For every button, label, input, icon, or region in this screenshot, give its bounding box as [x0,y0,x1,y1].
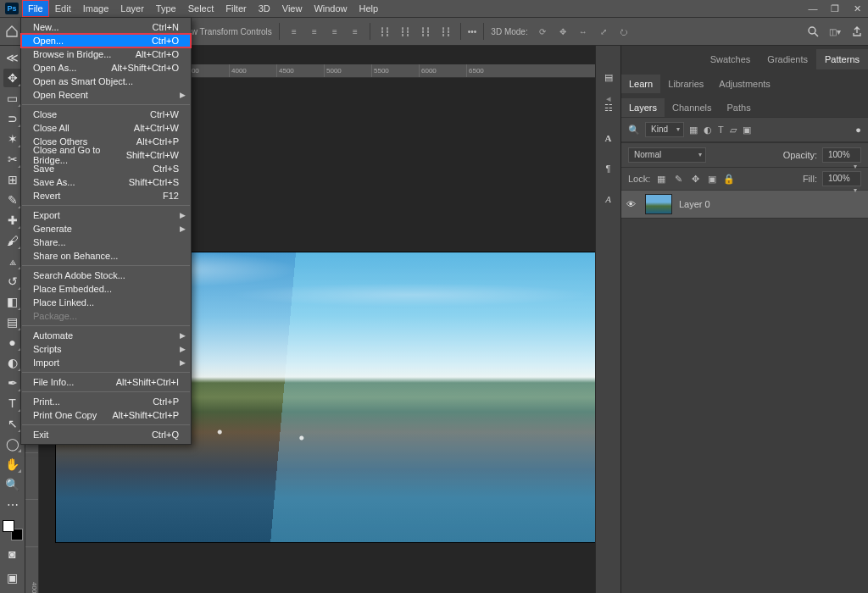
filter-adjust-icon[interactable]: ◐ [704,125,712,136]
menu-item-open-as[interactable]: Open As...Alt+Shift+Ctrl+O [21,61,191,75]
tab-layers[interactable]: Layers [621,98,665,117]
menu-item-close[interactable]: CloseCtrl+W [21,108,191,121]
menu-item-share-on-behance[interactable]: Share on Behance... [21,249,191,263]
orbit-icon[interactable]: ⟳ [535,25,550,38]
lasso-tool[interactable]: ⊃ [3,109,22,128]
distribute-v-icon[interactable]: ┇┇ [398,25,413,38]
menu-item-scripts[interactable]: Scripts▶ [21,342,191,356]
eraser-tool[interactable]: ◧ [3,292,22,311]
menu-item-search-adobe-stock[interactable]: Search Adobe Stock... [21,269,191,282]
dodge-tool[interactable]: ◐ [3,353,22,372]
lock-paint-icon[interactable]: ✎ [672,174,684,185]
character-panel-icon[interactable]: A [599,129,618,147]
menu-item-close-all[interactable]: Close AllAlt+Ctrl+W [21,121,191,135]
screen-mode-icon[interactable]: ▣ [3,568,22,587]
menu-view[interactable]: View [276,0,309,17]
menu-item-share[interactable]: Share... [21,236,191,249]
filter-smart-icon[interactable]: ▣ [743,125,751,136]
share-icon[interactable] [851,25,863,37]
window-minimize-icon[interactable]: — [802,3,824,14]
hand-tool[interactable]: ✋ [3,455,22,474]
filter-pixel-icon[interactable]: ▦ [689,125,698,136]
tab-paths[interactable]: Paths [720,98,759,117]
history-brush-tool[interactable]: ↺ [3,272,22,291]
menu-item-browse-in-bridge[interactable]: Browse in Bridge...Alt+Ctrl+O [21,47,191,61]
menu-item-print-one-copy[interactable]: Print One CopyAlt+Shift+Ctrl+P [21,408,191,422]
filter-type-icon[interactable]: T [718,125,724,136]
align-right-icon[interactable]: ≡ [327,25,342,38]
tab-adjustments[interactable]: Adjustments [711,75,778,93]
paragraph-panel-icon[interactable]: ¶ [599,159,618,178]
menu-item-export[interactable]: Export▶ [21,208,191,222]
menu-3d[interactable]: 3D [253,0,276,17]
lock-trans-icon[interactable]: ▦ [655,174,667,185]
menu-item-exit[interactable]: ExitCtrl+Q [21,428,191,441]
menu-help[interactable]: Help [353,0,385,17]
slide-icon[interactable]: ⤢ [596,25,611,38]
move-tool[interactable]: ✥ [3,69,22,87]
menu-item-save-as[interactable]: Save As...Shift+Ctrl+S [21,175,191,189]
distribute-icon[interactable]: ┇┇ [418,25,433,38]
menu-item-place-linked[interactable]: Place Linked... [21,296,191,309]
window-close-icon[interactable]: ✕ [846,3,868,14]
menu-item-close-and-go-to-bridge[interactable]: Close and Go to Bridge...Shift+Ctrl+W [21,148,191,162]
visibility-icon[interactable]: 👁 [626,199,638,209]
lock-artboard-icon[interactable]: ▣ [706,174,718,185]
layer-filter-kind[interactable]: Kind [645,122,684,137]
tab-channels[interactable]: Channels [665,98,719,117]
align-left-icon[interactable]: ≡ [287,25,302,38]
menu-item-save[interactable]: SaveCtrl+S [21,162,191,175]
dolly-icon[interactable]: ↔ [576,25,591,38]
distribute-icons[interactable]: ┇┇ ┇┇ ┇┇ ┇┇ [377,25,453,38]
menu-layer[interactable]: Layer [114,0,150,17]
menu-type[interactable]: Type [150,0,182,17]
edit-toolbar-icon[interactable]: ⋯ [3,496,22,514]
tab-swatches[interactable]: Swatches [702,49,760,69]
marquee-tool[interactable]: ▭ [3,89,22,108]
quick-mask-icon[interactable]: ◙ [3,545,22,563]
menu-item-open-recent[interactable]: Open Recent▶ [21,88,191,102]
gradient-tool[interactable]: ▤ [3,313,22,331]
shape-tool[interactable]: ◯ [3,435,22,453]
collapse-icon[interactable]: ≪ [3,48,22,67]
align-icons[interactable]: ≡ ≡ ≡ ≡ [287,25,363,38]
lock-pos-icon[interactable]: ✥ [689,174,701,185]
pen-tool[interactable]: ✒ [3,374,22,392]
pan-icon[interactable]: ✥ [555,25,570,38]
menu-item-open-as-smart-object[interactable]: Open as Smart Object... [21,75,191,88]
menu-item-import[interactable]: Import▶ [21,356,191,369]
arrange-icon[interactable]: ◫▾ [829,27,841,36]
menu-item-place-embedded[interactable]: Place Embedded... [21,282,191,296]
mode3d-icons[interactable]: ⟳ ✥ ↔ ⤢ ⭮ [535,25,632,38]
blend-mode-select[interactable]: Normal [628,147,706,163]
fill-value[interactable]: 100% [822,171,861,186]
menu-image[interactable]: Image [77,0,115,17]
opacity-value[interactable]: 100% [822,147,861,163]
layer-row[interactable]: 👁 Layer 0 [621,190,868,219]
distribute-h-icon[interactable]: ┇┇ [377,25,392,38]
tab-patterns[interactable]: Patterns [816,49,868,69]
menu-item-automate[interactable]: Automate▶ [21,329,191,342]
path-select-tool[interactable]: ↖ [3,414,22,433]
brush-tool[interactable]: 🖌 [3,231,22,250]
menu-file[interactable]: File [22,0,49,17]
menu-item-open[interactable]: Open...Ctrl+O [21,34,191,47]
eyedropper-tool[interactable]: ✎ [3,191,22,209]
layer-name[interactable]: Layer 0 [679,199,710,209]
menu-item-new[interactable]: New...Ctrl+N [21,20,191,34]
menu-edit[interactable]: Edit [49,0,77,17]
color-swatches[interactable] [3,520,23,540]
rotate-icon[interactable]: ⭮ [616,25,632,38]
zoom-tool[interactable]: 🔍 [3,475,22,494]
align-top-icon[interactable]: ≡ [348,25,363,38]
frame-tool[interactable]: ⊞ [3,170,22,189]
menu-item-file-info[interactable]: File Info...Alt+Shift+Ctrl+I [21,375,191,389]
type-tool[interactable]: T [3,394,22,413]
tab-libraries[interactable]: Libraries [660,75,711,93]
blur-tool[interactable]: ● [3,333,22,352]
home-icon[interactable] [5,25,19,38]
glyphs-panel-icon[interactable]: A [599,190,618,208]
filter-shape-icon[interactable]: ▱ [730,125,737,136]
menu-item-print[interactable]: Print...Ctrl+P [21,395,191,408]
more-icon[interactable]: ••• [468,27,477,36]
